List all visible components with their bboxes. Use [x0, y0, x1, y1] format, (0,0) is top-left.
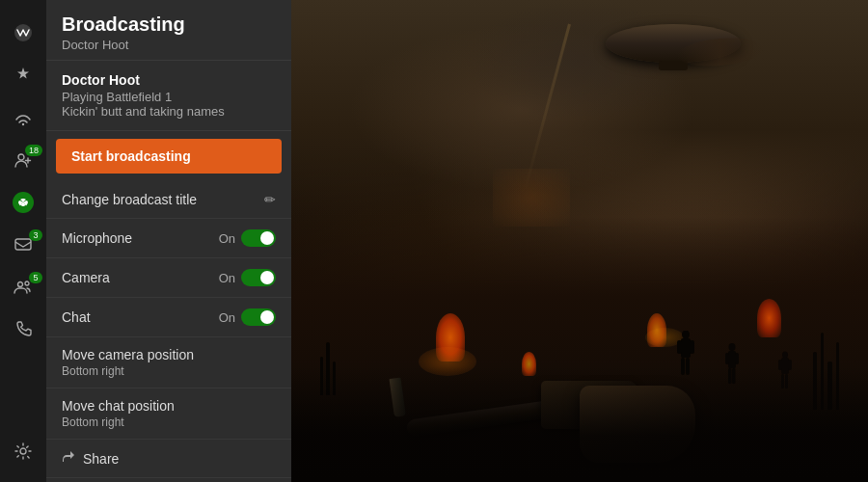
party-badge: 5 — [29, 272, 42, 283]
sidebar-item-network[interactable] — [0, 96, 46, 139]
svg-point-6 — [25, 281, 29, 285]
sidebar-item-xbox[interactable] — [0, 181, 46, 224]
friends-badge: 18 — [25, 145, 42, 156]
camera-toggle[interactable] — [241, 269, 276, 286]
xbox-logo — [13, 192, 34, 213]
camera-toggle-label: On — [219, 271, 235, 285]
move-camera-label: Move camera position — [62, 347, 276, 362]
sidebar-item-messages[interactable]: 3 — [0, 224, 46, 266]
svg-rect-4 — [15, 239, 31, 250]
chat-toggle[interactable] — [241, 308, 276, 326]
page-title: Broadcasting — [62, 13, 276, 36]
user-game: Playing Battlefield 1 — [62, 90, 276, 104]
microphone-label: Microphone — [62, 230, 132, 246]
move-chat-item[interactable]: Move chat position Bottom right — [46, 388, 291, 440]
sidebar-item-party[interactable]: 5 — [0, 266, 46, 308]
microphone-item[interactable]: Microphone On — [46, 219, 291, 258]
user-status: Kickin' butt and taking names — [62, 104, 276, 119]
sidebar-panel: Broadcasting Doctor Hoot Doctor Hoot Pla… — [46, 0, 291, 482]
move-chat-sublabel: Bottom right — [62, 415, 276, 429]
edit-icon: ✏ — [264, 192, 276, 207]
game-background — [291, 0, 868, 482]
svg-point-1 — [22, 123, 24, 125]
fire-4 — [757, 299, 781, 337]
svg-point-7 — [20, 448, 26, 454]
user-name: Doctor Hoot — [62, 72, 276, 88]
share-icon — [62, 450, 75, 467]
camera-label: Camera — [62, 270, 110, 285]
microphone-toggle-label: On — [219, 231, 235, 246]
start-broadcasting-button[interactable]: Start broadcasting — [56, 139, 282, 174]
sidebar-item-phone[interactable] — [0, 308, 46, 351]
sidebar-subtitle: Doctor Hoot — [62, 38, 276, 52]
svg-rect-13 — [735, 353, 739, 364]
move-camera-sublabel: Bottom right — [62, 364, 276, 378]
icon-bar: 18 3 — [0, 0, 46, 482]
sidebar-item-settings[interactable] — [0, 430, 46, 472]
sidebar-header: Broadcasting Doctor Hoot — [46, 0, 291, 61]
chat-item[interactable]: Chat On — [46, 298, 291, 337]
change-title-label: Change broadcast title — [62, 192, 197, 207]
distant-explosion — [493, 169, 570, 227]
messages-badge: 3 — [29, 229, 42, 241]
go-channel-item[interactable]: Go to my channel — [46, 478, 291, 482]
sidebar-item-friends[interactable]: 18 — [0, 139, 46, 181]
svg-point-5 — [18, 282, 23, 287]
sidebar-item-achievements[interactable] — [0, 54, 46, 96]
share-label: Share — [83, 451, 119, 467]
move-chat-label: Move chat position — [62, 398, 276, 414]
move-camera-item[interactable]: Move camera position Bottom right — [46, 337, 291, 388]
ground-overlay — [291, 366, 868, 482]
camera-item[interactable]: Camera On — [46, 258, 291, 298]
svg-point-10 — [729, 343, 736, 351]
svg-point-2 — [18, 154, 24, 160]
chat-toggle-label: On — [219, 310, 235, 325]
svg-point-16 — [782, 352, 788, 359]
share-item[interactable]: Share — [46, 440, 291, 478]
change-broadcast-title-item[interactable]: Change broadcast title ✏ — [46, 181, 291, 219]
microphone-toggle[interactable] — [241, 229, 276, 247]
svg-rect-12 — [725, 353, 729, 364]
svg-point-0 — [14, 24, 32, 41]
sidebar-item-mixer[interactable] — [0, 12, 46, 54]
user-section: Doctor Hoot Playing Battlefield 1 Kickin… — [46, 61, 291, 131]
chat-label: Chat — [62, 309, 91, 325]
